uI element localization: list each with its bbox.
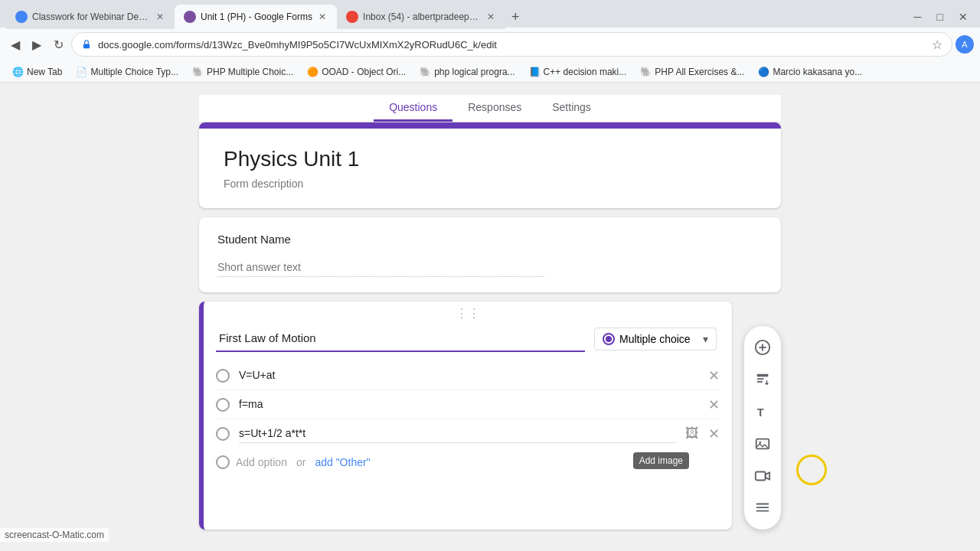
- profile-button[interactable]: A: [956, 35, 974, 54]
- option-row-2: ✕: [216, 390, 720, 419]
- svg-rect-10: [756, 472, 766, 481]
- radio-circle-2: [216, 398, 230, 412]
- minimize-button[interactable]: ─: [908, 8, 928, 26]
- tab-classwork[interactable]: Classwork for Webinar Demo ✕: [6, 5, 175, 29]
- option-text-3[interactable]: [239, 424, 676, 443]
- close-button[interactable]: ✕: [952, 8, 974, 26]
- add-question-button[interactable]: [747, 332, 778, 363]
- tab-close-btn[interactable]: ✕: [155, 10, 165, 24]
- option-row-3: 🖼 ✕ Add image: [216, 419, 720, 448]
- question-label-student: Student Name: [217, 233, 763, 246]
- student-name-card: Student Name: [199, 217, 781, 292]
- bookmark-label: Marcio kakasana yo...: [773, 67, 862, 77]
- tab-responses[interactable]: Responses: [452, 95, 537, 122]
- bookmark-icon: 🐘: [640, 67, 652, 77]
- question-type-dropdown[interactable]: Multiple choice ▾: [594, 328, 717, 350]
- question-title-input[interactable]: [216, 325, 585, 352]
- bookmark-multiple-choice[interactable]: 📄 Multiple Choice Typ...: [70, 65, 185, 79]
- bookmark-icon: 🐘: [192, 67, 204, 77]
- address-bar[interactable]: docs.google.com/forms/d/13Wzc_Bve0mhyMI9…: [71, 32, 952, 57]
- option-row-1: ✕: [216, 361, 720, 390]
- title-icon: T: [754, 403, 771, 420]
- tab-inbox[interactable]: Inbox (54) - albertpradeep689@... ✕: [337, 5, 505, 29]
- tab-close-active[interactable]: ✕: [317, 10, 328, 24]
- add-other-link[interactable]: add "Other": [315, 456, 370, 468]
- add-video-button[interactable]: [747, 461, 778, 491]
- add-title-button[interactable]: T: [747, 396, 778, 427]
- form-title: Physics Unit 1: [224, 147, 756, 171]
- delete-option-1[interactable]: ✕: [708, 367, 720, 384]
- bookmark-icon: 🐘: [420, 67, 431, 77]
- bookmark-icon: 📄: [76, 67, 87, 77]
- bookmark-label: C++ decision maki...: [544, 67, 627, 77]
- radio-circle-1: [216, 369, 230, 383]
- bookmark-label: PHP All Exercises &...: [655, 67, 744, 77]
- svg-point-9: [759, 442, 761, 444]
- add-image-tooltip: Add image: [633, 452, 689, 469]
- reload-button[interactable]: ↻: [49, 34, 68, 55]
- tab-favicon: [15, 11, 28, 23]
- tab-favicon-active: [184, 11, 196, 23]
- svg-text:T: T: [757, 406, 764, 419]
- bookmarks-bar: 🌐 New Tab 📄 Multiple Choice Typ... 🐘 PHP…: [0, 61, 980, 83]
- bookmark-php-logical[interactable]: 🐘 php logical progra...: [413, 65, 521, 79]
- add-image-option-icon[interactable]: 🖼: [685, 425, 699, 442]
- maximize-button[interactable]: □: [931, 8, 949, 26]
- drag-handle[interactable]: ⋮⋮: [204, 302, 732, 325]
- tab-title-inbox: Inbox (54) - albertpradeep689@...: [363, 11, 481, 22]
- svg-rect-6: [757, 381, 763, 383]
- bookmark-icon: 📘: [529, 67, 541, 77]
- sidebar-tools: T: [744, 326, 781, 530]
- url-text: docs.google.com/forms/d/13Wzc_Bve0mhyMI9…: [98, 39, 926, 51]
- bookmark-cpp[interactable]: 📘 C++ decision maki...: [523, 65, 633, 79]
- cursor-indicator: [796, 455, 827, 485]
- tab-close-inbox[interactable]: ✕: [485, 10, 496, 24]
- delete-option-3[interactable]: ✕: [708, 425, 720, 442]
- bookmark-icon: 🌐: [12, 67, 24, 77]
- add-section-button[interactable]: [747, 493, 778, 523]
- watermark: screencast-O-Matic.com: [0, 528, 109, 542]
- bookmark-new-tab[interactable]: 🌐 New Tab: [6, 65, 68, 79]
- bookmark-label: Multiple Choice Typ...: [90, 67, 178, 77]
- add-option-radio: [216, 455, 230, 469]
- import-questions-button[interactable]: [747, 364, 778, 395]
- svg-rect-11: [756, 504, 769, 505]
- short-answer-input[interactable]: [217, 258, 544, 277]
- active-question-card: ⋮⋮ Multiple choice ▾: [199, 302, 732, 530]
- video-icon: [754, 468, 771, 484]
- bookmark-icon: 🟠: [307, 67, 318, 77]
- lock-icon: [81, 39, 92, 50]
- option-text-2[interactable]: [239, 395, 699, 414]
- radio-circle-3: [216, 427, 230, 441]
- tab-forms[interactable]: Unit 1 (PH) - Google Forms ✕: [175, 5, 337, 29]
- option-text-1[interactable]: [239, 366, 699, 385]
- delete-option-2[interactable]: ✕: [708, 396, 720, 413]
- forward-button[interactable]: ▶: [28, 34, 46, 55]
- question-top-row: Multiple choice ▾: [204, 325, 732, 352]
- tab-title: Classwork for Webinar Demo: [32, 11, 150, 22]
- import-icon: [754, 371, 771, 388]
- form-description[interactable]: Form description: [224, 178, 756, 190]
- bookmark-marcio[interactable]: 🔵 Marcio kakasana yo...: [752, 65, 868, 79]
- add-image-button[interactable]: [747, 429, 778, 459]
- bookmark-php-exercises[interactable]: 🐘 PHP All Exercises &...: [634, 65, 750, 79]
- page-content: Questions Responses Settings Physics Uni…: [0, 83, 980, 551]
- svg-rect-5: [757, 378, 764, 380]
- active-question-wrapper: ⋮⋮ Multiple choice ▾: [199, 302, 781, 530]
- options-list: ✕ ✕ 🖼 ✕ Add image: [204, 352, 732, 448]
- bookmark-label: PHP Multiple Choic...: [207, 67, 293, 77]
- tab-settings[interactable]: Settings: [537, 95, 606, 122]
- bookmark-star-icon[interactable]: ☆: [932, 37, 942, 52]
- add-option-label[interactable]: Add option: [236, 456, 287, 468]
- chevron-down-icon: ▾: [703, 333, 708, 345]
- back-button[interactable]: ◀: [6, 34, 24, 55]
- bookmark-ooad[interactable]: 🟠 OOAD - Object Ori...: [301, 65, 412, 79]
- plus-icon: [754, 339, 771, 356]
- tab-title-active: Unit 1 (PH) - Google Forms: [201, 11, 312, 22]
- bookmark-php-multiple[interactable]: 🐘 PHP Multiple Choic...: [186, 65, 299, 79]
- new-tab-button[interactable]: +: [505, 6, 526, 28]
- tab-favicon-inbox: [346, 11, 358, 23]
- svg-rect-0: [83, 44, 90, 48]
- image-icon: [754, 435, 771, 452]
- tab-questions[interactable]: Questions: [374, 95, 452, 122]
